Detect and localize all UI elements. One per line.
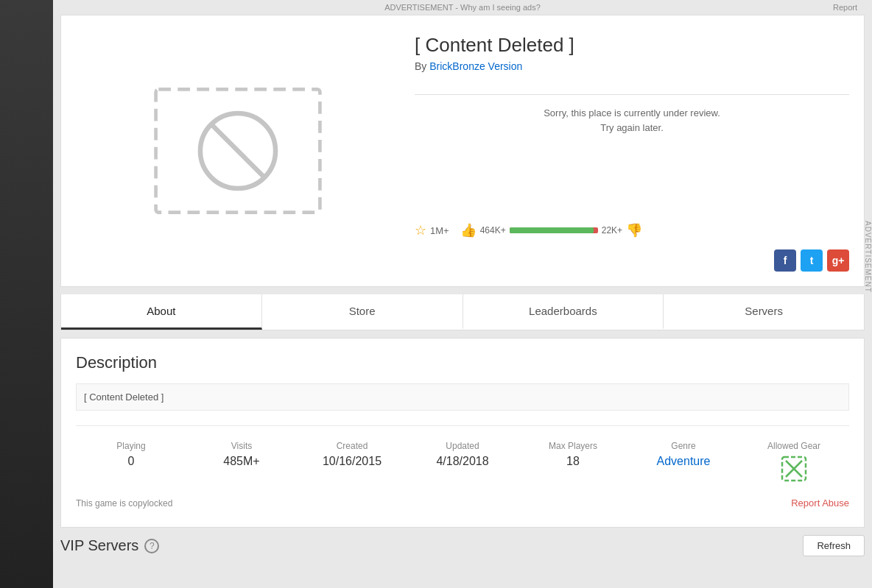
tab-servers[interactable]: Servers bbox=[664, 294, 864, 330]
playing-value: 0 bbox=[128, 455, 135, 467]
rating-bar bbox=[510, 227, 598, 233]
social-buttons: f t g+ bbox=[415, 249, 849, 272]
tab-store[interactable]: Store bbox=[262, 294, 463, 330]
ad-bar-text: ADVERTISEMENT - Why am I seeing ads? bbox=[384, 3, 541, 12]
review-notice: Sorry, this place is currently under rev… bbox=[415, 94, 849, 135]
game-metadata: Playing 0 Visits 485M+ Created 10/16/201… bbox=[76, 425, 849, 483]
facebook-icon: f bbox=[784, 255, 787, 266]
main-content: ADVERTISEMENT - Why am I seeing ads? Rep… bbox=[53, 0, 872, 588]
review-line1: Sorry, this place is currently under rev… bbox=[415, 106, 849, 121]
report-ad-link[interactable]: Report bbox=[833, 3, 857, 12]
tabs-bar: About Store Leaderboards Servers bbox=[60, 294, 865, 330]
star-icon: ☆ bbox=[415, 222, 426, 238]
dislikes-count: 22K+ bbox=[602, 225, 622, 235]
visits-value: 485M+ bbox=[223, 455, 259, 467]
created-value: 10/16/2015 bbox=[323, 455, 382, 467]
playing-label: Playing bbox=[76, 441, 186, 451]
description-section: Description [ Content Deleted ] Playing … bbox=[60, 338, 865, 528]
game-thumbnail bbox=[76, 30, 400, 272]
genre-value[interactable]: Adventure bbox=[657, 455, 711, 467]
genre-label: Genre bbox=[628, 441, 739, 451]
thumbs-up-icon: 👍 bbox=[460, 222, 477, 238]
report-abuse-link[interactable]: Report Abuse bbox=[791, 497, 849, 509]
max-players-meta: Max Players 18 bbox=[518, 441, 628, 483]
allowed-gear-meta: Allowed Gear bbox=[739, 441, 849, 483]
deleted-image-svg bbox=[142, 74, 334, 228]
copylocked-text: This game is copylocked bbox=[76, 498, 172, 509]
svg-line-2 bbox=[211, 124, 264, 177]
refresh-button[interactable]: Refresh bbox=[803, 535, 865, 556]
created-label: Created bbox=[297, 441, 407, 451]
description-content: [ Content Deleted ] bbox=[76, 383, 849, 411]
game-title: [ Content Deleted ] bbox=[415, 34, 849, 57]
vip-help-icon[interactable]: ? bbox=[144, 539, 159, 553]
visits-meta: Visits 485M+ bbox=[186, 441, 297, 483]
created-meta: Created 10/16/2015 bbox=[297, 441, 407, 483]
thumbs-down-icon: 👎 bbox=[626, 222, 642, 238]
allowed-gear-icon bbox=[780, 455, 808, 483]
author-link[interactable]: BrickBronze Version bbox=[429, 60, 522, 72]
likes-count: 464K+ bbox=[480, 225, 506, 235]
sidebar bbox=[0, 0, 53, 588]
tab-about[interactable]: About bbox=[61, 294, 262, 330]
rating-section: 👍 464K+ 22K+ 👎 bbox=[460, 222, 849, 238]
description-title: Description bbox=[76, 353, 849, 372]
visits-label: Visits bbox=[186, 441, 297, 451]
genre-meta: Genre Adventure bbox=[628, 441, 739, 483]
ad-bar: ADVERTISEMENT - Why am I seeing ads? Rep… bbox=[53, 0, 872, 15]
vip-section: VIP Servers ? Refresh bbox=[60, 535, 865, 556]
review-line2: Try again later. bbox=[415, 121, 849, 135]
author-prefix: By bbox=[415, 60, 426, 72]
game-card: [ Content Deleted ] By BrickBronze Versi… bbox=[60, 15, 865, 287]
allowed-gear-label: Allowed Gear bbox=[739, 441, 849, 451]
game-author: By BrickBronze Version bbox=[415, 60, 849, 72]
tab-leaderboards[interactable]: Leaderboards bbox=[463, 294, 664, 330]
favorites-stat: ☆ 1M+ bbox=[415, 222, 449, 238]
max-players-value: 18 bbox=[566, 455, 580, 467]
vip-title-text: VIP Servers bbox=[60, 537, 138, 554]
game-info: [ Content Deleted ] By BrickBronze Versi… bbox=[415, 30, 849, 272]
updated-value: 4/18/2018 bbox=[436, 455, 488, 467]
vip-title: VIP Servers ? bbox=[60, 537, 159, 554]
right-advertisement: ADVERTISEMENT bbox=[813, 221, 872, 293]
max-players-label: Max Players bbox=[518, 441, 628, 451]
game-footer: This game is copylocked Report Abuse bbox=[76, 494, 849, 512]
favorites-count: 1M+ bbox=[430, 225, 449, 236]
playing-meta: Playing 0 bbox=[76, 441, 186, 483]
updated-label: Updated bbox=[407, 441, 518, 451]
rating-bar-fill bbox=[510, 227, 594, 233]
facebook-button[interactable]: f bbox=[774, 249, 796, 272]
game-stats: ☆ 1M+ 👍 464K+ 22K+ 👎 bbox=[415, 222, 849, 238]
updated-meta: Updated 4/18/2018 bbox=[407, 441, 518, 483]
